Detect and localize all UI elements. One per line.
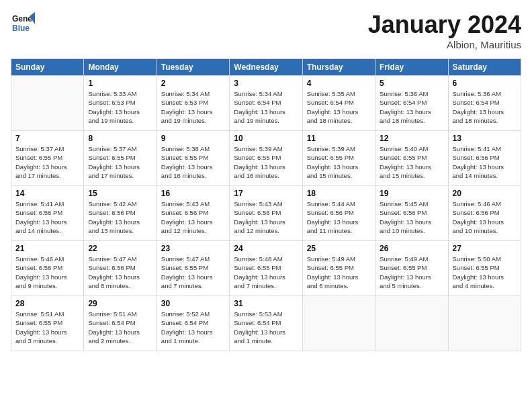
calendar-week-row: 21Sunrise: 5:46 AM Sunset: 6:56 PM Dayli… bbox=[11, 241, 521, 296]
day-number: 8 bbox=[88, 134, 152, 143]
day-info: Sunrise: 5:46 AM Sunset: 6:56 PM Dayligh… bbox=[453, 199, 517, 235]
day-info: Sunrise: 5:50 AM Sunset: 6:55 PM Dayligh… bbox=[453, 255, 517, 290]
day-info: Sunrise: 5:48 AM Sunset: 6:55 PM Dayligh… bbox=[234, 255, 298, 290]
col-header-tuesday: Tuesday bbox=[157, 59, 229, 76]
day-info: Sunrise: 5:33 AM Sunset: 6:53 PM Dayligh… bbox=[88, 89, 152, 125]
day-number: 13 bbox=[453, 134, 517, 143]
day-info: Sunrise: 5:41 AM Sunset: 6:56 PM Dayligh… bbox=[453, 144, 517, 180]
day-info: Sunrise: 5:51 AM Sunset: 6:55 PM Dayligh… bbox=[15, 310, 79, 345]
col-header-saturday: Saturday bbox=[448, 59, 521, 76]
calendar-cell: 9Sunrise: 5:38 AM Sunset: 6:55 PM Daylig… bbox=[157, 131, 229, 186]
calendar-cell: 7Sunrise: 5:37 AM Sunset: 6:55 PM Daylig… bbox=[11, 131, 84, 186]
calendar-week-row: 14Sunrise: 5:41 AM Sunset: 6:56 PM Dayli… bbox=[11, 186, 521, 241]
calendar-cell: 10Sunrise: 5:39 AM Sunset: 6:55 PM Dayli… bbox=[230, 131, 302, 186]
calendar-header-row: SundayMondayTuesdayWednesdayThursdayFrid… bbox=[11, 59, 521, 76]
calendar-cell: 26Sunrise: 5:49 AM Sunset: 6:55 PM Dayli… bbox=[375, 241, 448, 296]
calendar-cell: 1Sunrise: 5:33 AM Sunset: 6:53 PM Daylig… bbox=[84, 76, 157, 131]
calendar-cell: 4Sunrise: 5:35 AM Sunset: 6:54 PM Daylig… bbox=[302, 76, 375, 131]
day-number: 28 bbox=[15, 299, 79, 308]
day-info: Sunrise: 5:46 AM Sunset: 6:56 PM Dayligh… bbox=[15, 255, 79, 290]
day-number: 20 bbox=[453, 189, 517, 198]
calendar-cell: 27Sunrise: 5:50 AM Sunset: 6:55 PM Dayli… bbox=[448, 241, 521, 296]
day-number: 17 bbox=[234, 189, 298, 198]
day-info: Sunrise: 5:42 AM Sunset: 6:56 PM Dayligh… bbox=[88, 199, 152, 235]
day-number: 26 bbox=[380, 244, 443, 253]
page-header: General Blue January 2024 Albion, Maurit… bbox=[11, 11, 521, 50]
calendar-table: SundayMondayTuesdayWednesdayThursdayFrid… bbox=[11, 58, 521, 351]
logo: General Blue bbox=[11, 11, 35, 35]
day-number: 2 bbox=[161, 79, 225, 88]
day-number: 23 bbox=[161, 244, 225, 253]
calendar-cell: 30Sunrise: 5:52 AM Sunset: 6:54 PM Dayli… bbox=[157, 296, 229, 351]
title-block: January 2024 Albion, Mauritius bbox=[368, 11, 521, 50]
day-number: 19 bbox=[380, 189, 443, 198]
calendar-cell: 14Sunrise: 5:41 AM Sunset: 6:56 PM Dayli… bbox=[11, 186, 84, 241]
day-number: 29 bbox=[88, 299, 152, 308]
day-info: Sunrise: 5:37 AM Sunset: 6:55 PM Dayligh… bbox=[88, 144, 152, 180]
calendar-week-row: 1Sunrise: 5:33 AM Sunset: 6:53 PM Daylig… bbox=[11, 76, 521, 131]
day-info: Sunrise: 5:36 AM Sunset: 6:54 PM Dayligh… bbox=[380, 89, 443, 125]
calendar-cell: 6Sunrise: 5:36 AM Sunset: 6:54 PM Daylig… bbox=[448, 76, 521, 131]
calendar-cell: 17Sunrise: 5:43 AM Sunset: 6:56 PM Dayli… bbox=[230, 186, 302, 241]
day-number: 3 bbox=[234, 79, 298, 88]
col-header-thursday: Thursday bbox=[302, 59, 375, 76]
calendar-cell: 5Sunrise: 5:36 AM Sunset: 6:54 PM Daylig… bbox=[375, 76, 448, 131]
day-number: 5 bbox=[380, 79, 443, 88]
day-info: Sunrise: 5:49 AM Sunset: 6:55 PM Dayligh… bbox=[380, 255, 443, 290]
day-number: 15 bbox=[88, 189, 152, 198]
day-number: 22 bbox=[88, 244, 152, 253]
calendar-cell: 20Sunrise: 5:46 AM Sunset: 6:56 PM Dayli… bbox=[448, 186, 521, 241]
day-info: Sunrise: 5:44 AM Sunset: 6:56 PM Dayligh… bbox=[307, 199, 371, 235]
calendar-cell: 31Sunrise: 5:53 AM Sunset: 6:54 PM Dayli… bbox=[230, 296, 302, 351]
day-info: Sunrise: 5:39 AM Sunset: 6:55 PM Dayligh… bbox=[234, 144, 298, 180]
calendar-cell: 15Sunrise: 5:42 AM Sunset: 6:56 PM Dayli… bbox=[84, 186, 157, 241]
day-number: 12 bbox=[380, 134, 443, 143]
day-number: 25 bbox=[307, 244, 371, 253]
day-number: 16 bbox=[161, 189, 225, 198]
calendar-week-row: 28Sunrise: 5:51 AM Sunset: 6:55 PM Dayli… bbox=[11, 296, 521, 351]
col-header-sunday: Sunday bbox=[11, 59, 84, 76]
calendar-cell: 24Sunrise: 5:48 AM Sunset: 6:55 PM Dayli… bbox=[230, 241, 302, 296]
day-number: 7 bbox=[15, 134, 79, 143]
svg-text:Blue: Blue bbox=[12, 24, 30, 33]
day-info: Sunrise: 5:49 AM Sunset: 6:55 PM Dayligh… bbox=[307, 255, 371, 290]
calendar-cell: 3Sunrise: 5:34 AM Sunset: 6:54 PM Daylig… bbox=[230, 76, 302, 131]
calendar-cell bbox=[375, 296, 448, 351]
day-number: 9 bbox=[161, 134, 225, 143]
day-info: Sunrise: 5:38 AM Sunset: 6:55 PM Dayligh… bbox=[161, 144, 225, 180]
day-info: Sunrise: 5:47 AM Sunset: 6:56 PM Dayligh… bbox=[88, 255, 152, 290]
calendar-cell: 12Sunrise: 5:40 AM Sunset: 6:55 PM Dayli… bbox=[375, 131, 448, 186]
day-number: 14 bbox=[15, 189, 79, 198]
day-info: Sunrise: 5:52 AM Sunset: 6:54 PM Dayligh… bbox=[161, 310, 225, 345]
logo-icon: General Blue bbox=[11, 11, 35, 35]
day-info: Sunrise: 5:47 AM Sunset: 6:55 PM Dayligh… bbox=[161, 255, 225, 290]
day-info: Sunrise: 5:36 AM Sunset: 6:54 PM Dayligh… bbox=[453, 89, 517, 125]
day-info: Sunrise: 5:51 AM Sunset: 6:54 PM Dayligh… bbox=[88, 310, 152, 345]
calendar-cell bbox=[302, 296, 375, 351]
calendar-cell: 18Sunrise: 5:44 AM Sunset: 6:56 PM Dayli… bbox=[302, 186, 375, 241]
calendar-cell: 21Sunrise: 5:46 AM Sunset: 6:56 PM Dayli… bbox=[11, 241, 84, 296]
day-info: Sunrise: 5:37 AM Sunset: 6:55 PM Dayligh… bbox=[15, 144, 79, 180]
calendar-cell: 2Sunrise: 5:34 AM Sunset: 6:53 PM Daylig… bbox=[157, 76, 229, 131]
location-subtitle: Albion, Mauritius bbox=[368, 39, 521, 50]
day-number: 18 bbox=[307, 189, 371, 198]
col-header-friday: Friday bbox=[375, 59, 448, 76]
col-header-monday: Monday bbox=[84, 59, 157, 76]
day-number: 1 bbox=[88, 79, 152, 88]
calendar-cell: 25Sunrise: 5:49 AM Sunset: 6:55 PM Dayli… bbox=[302, 241, 375, 296]
day-number: 21 bbox=[15, 244, 79, 253]
day-info: Sunrise: 5:45 AM Sunset: 6:56 PM Dayligh… bbox=[380, 199, 443, 235]
day-number: 4 bbox=[307, 79, 371, 88]
day-info: Sunrise: 5:53 AM Sunset: 6:54 PM Dayligh… bbox=[234, 310, 298, 345]
calendar-week-row: 7Sunrise: 5:37 AM Sunset: 6:55 PM Daylig… bbox=[11, 131, 521, 186]
day-info: Sunrise: 5:43 AM Sunset: 6:56 PM Dayligh… bbox=[161, 199, 225, 235]
day-number: 6 bbox=[453, 79, 517, 88]
day-info: Sunrise: 5:35 AM Sunset: 6:54 PM Dayligh… bbox=[307, 89, 371, 125]
calendar-cell: 29Sunrise: 5:51 AM Sunset: 6:54 PM Dayli… bbox=[84, 296, 157, 351]
day-info: Sunrise: 5:43 AM Sunset: 6:56 PM Dayligh… bbox=[234, 199, 298, 235]
calendar-cell: 13Sunrise: 5:41 AM Sunset: 6:56 PM Dayli… bbox=[448, 131, 521, 186]
calendar-cell: 23Sunrise: 5:47 AM Sunset: 6:55 PM Dayli… bbox=[157, 241, 229, 296]
day-number: 10 bbox=[234, 134, 298, 143]
month-title: January 2024 bbox=[368, 11, 521, 39]
day-number: 11 bbox=[307, 134, 371, 143]
